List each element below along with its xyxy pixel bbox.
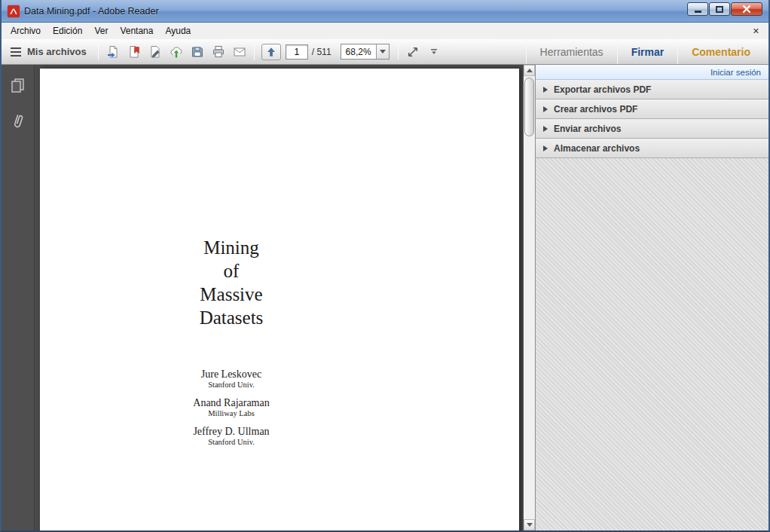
open-file-icon — [106, 45, 120, 59]
author-name: Jure Leskovec — [40, 368, 423, 381]
title-line: Mining — [40, 236, 423, 259]
author-affiliation: Stanford Univ. — [40, 438, 423, 447]
section-label: Almacenar archivos — [554, 143, 640, 154]
page-total-label: / 511 — [312, 47, 332, 57]
menu-edicion[interactable]: Edición — [47, 23, 88, 38]
hamburger-icon — [11, 51, 21, 53]
signin-link[interactable]: Iniciar sesión — [710, 68, 761, 77]
author-name: Anand Rajaraman — [40, 397, 423, 409]
section-label: Exportar archivos PDF — [554, 84, 651, 95]
section-almacenar-archivos[interactable]: Almacenar archivos — [536, 139, 768, 158]
fill-sign-icon — [148, 45, 162, 59]
attachments-button[interactable] — [8, 112, 28, 131]
menu-ventana[interactable]: Ventana — [114, 23, 159, 38]
author-name: Jeffrey D. Ullman — [40, 426, 423, 438]
page-number-input[interactable] — [286, 44, 308, 60]
window-title: Data Mining.pdf - Adobe Reader — [24, 6, 159, 17]
scrollbar-thumb[interactable] — [524, 78, 534, 136]
email-button[interactable] — [229, 42, 250, 62]
my-files-button[interactable]: Mis archivos — [26, 46, 94, 57]
previous-view-icon — [265, 46, 277, 58]
scroll-down-button[interactable] — [524, 519, 535, 530]
pdf-page: Mining of Massive Datasets Jure Leskovec… — [40, 69, 519, 530]
title-line: Massive — [40, 283, 423, 306]
paperclip-icon — [11, 113, 26, 130]
toolbar: Mis archivos — [2, 39, 768, 65]
upload-cloud-icon — [170, 45, 183, 59]
document-area[interactable]: Mining of Massive Datasets Jure Leskovec… — [35, 65, 523, 530]
previous-view-button[interactable] — [261, 44, 281, 60]
create-pdf-button[interactable] — [124, 42, 145, 62]
chevron-right-icon — [543, 126, 548, 132]
section-label: Crear archivos PDF — [554, 104, 637, 115]
arrow-down-icon — [527, 523, 533, 527]
main-content: Mining of Massive Datasets Jure Leskovec… — [2, 65, 768, 530]
right-tools-panel: Iniciar sesión Exportar archivos PDF Cre… — [535, 65, 768, 530]
close-button[interactable] — [731, 2, 762, 16]
email-icon — [233, 45, 246, 59]
minimize-button[interactable] — [687, 2, 708, 16]
section-label: Enviar archivos — [554, 124, 621, 134]
chevron-right-icon — [543, 145, 548, 151]
vertical-scrollbar[interactable] — [523, 65, 535, 530]
window-controls — [687, 2, 762, 16]
arrow-up-icon — [527, 69, 533, 72]
create-pdf-icon — [127, 45, 141, 59]
page-thumbnails-button[interactable] — [8, 75, 28, 95]
author-entry: Anand Rajaraman Milliway Labs — [40, 397, 423, 418]
toolbar-overflow-button[interactable] — [423, 42, 445, 62]
signin-bar: Iniciar sesión — [536, 65, 768, 80]
save-button[interactable] — [187, 42, 208, 62]
print-button[interactable] — [208, 42, 229, 62]
toolbar-overflow-icon — [429, 47, 439, 57]
title-line: Datasets — [40, 306, 423, 329]
maximize-icon — [716, 6, 723, 13]
zoom-value[interactable]: 68,2% — [341, 44, 376, 59]
upload-cloud-button[interactable] — [166, 42, 187, 62]
save-icon — [191, 45, 204, 59]
left-navigation-pane — [2, 65, 35, 530]
maximize-button[interactable] — [709, 2, 730, 16]
fit-page-icon — [407, 46, 419, 58]
document-authors: Jure Leskovec Stanford Univ. Anand Rajar… — [40, 368, 423, 454]
tab-comentario[interactable]: Comentario — [678, 39, 764, 64]
section-crear-pdf[interactable]: Crear archivos PDF — [536, 99, 768, 119]
toolbar-separator — [254, 44, 255, 60]
panel-empty-hatch-area — [536, 158, 768, 530]
toolbar-separator — [398, 44, 399, 60]
menu-hamburger-button[interactable] — [6, 42, 26, 62]
fit-page-button[interactable] — [402, 42, 423, 62]
menubar: Archivo Edición Ver Ventana Ayuda ✕ — [2, 23, 768, 39]
fill-sign-button[interactable] — [145, 42, 166, 62]
titlebar[interactable]: Data Mining.pdf - Adobe Reader — [2, 0, 768, 23]
chevron-right-icon — [543, 87, 548, 93]
menubar-close-icon[interactable]: ✕ — [747, 26, 765, 36]
scroll-up-button[interactable] — [524, 65, 535, 76]
tab-firmar[interactable]: Firmar — [618, 39, 678, 64]
document-title: Mining of Massive Datasets — [40, 236, 423, 329]
page-thumbnails-icon — [10, 77, 26, 93]
author-affiliation: Stanford Univ. — [40, 381, 423, 390]
title-line: of — [40, 259, 423, 283]
toolbar-separator — [98, 44, 99, 60]
toolbar-right-tabs: Herramientas Firmar Comentario — [526, 39, 764, 64]
author-entry: Jure Leskovec Stanford Univ. — [40, 368, 423, 390]
menu-archivo[interactable]: Archivo — [5, 23, 47, 38]
chevron-down-icon — [380, 50, 386, 54]
menu-ayuda[interactable]: Ayuda — [159, 23, 197, 38]
open-file-button[interactable] — [102, 42, 124, 62]
author-entry: Jeffrey D. Ullman Stanford Univ. — [40, 426, 423, 447]
chevron-right-icon — [543, 106, 548, 112]
section-enviar-archivos[interactable]: Enviar archivos — [536, 119, 768, 139]
close-icon — [741, 4, 753, 14]
app-window: Data Mining.pdf - Adobe Reader Archivo E… — [0, 0, 770, 532]
print-icon — [212, 45, 225, 59]
author-affiliation: Milliway Labs — [40, 409, 423, 418]
tab-herramientas[interactable]: Herramientas — [527, 39, 617, 64]
adobe-reader-icon — [8, 5, 20, 17]
section-exportar-pdf[interactable]: Exportar archivos PDF — [536, 80, 768, 99]
zoom-dropdown-button[interactable] — [376, 44, 389, 59]
minimize-icon — [695, 11, 701, 13]
zoom-combo: 68,2% — [341, 44, 390, 60]
menu-ver[interactable]: Ver — [88, 23, 114, 38]
